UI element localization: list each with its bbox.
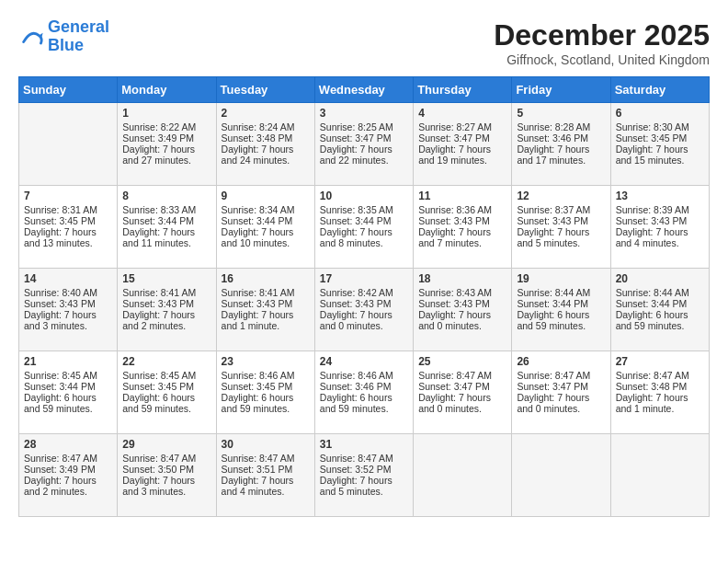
calendar-cell: 21Sunrise: 8:45 AMSunset: 3:44 PMDayligh… bbox=[19, 351, 118, 434]
calendar-cell: 13Sunrise: 8:39 AMSunset: 3:43 PMDayligh… bbox=[610, 186, 709, 269]
calendar-cell: 9Sunrise: 8:34 AMSunset: 3:44 PMDaylight… bbox=[216, 186, 314, 269]
daylight: Daylight: 7 hours and 17 minutes. bbox=[517, 144, 589, 166]
calendar-week-row: 1Sunrise: 8:22 AMSunset: 3:49 PMDaylight… bbox=[19, 103, 710, 186]
sunrise: Sunrise: 8:30 AM bbox=[616, 121, 689, 132]
day-number: 3 bbox=[320, 107, 408, 120]
day-number: 15 bbox=[122, 272, 210, 285]
sunrise: Sunrise: 8:41 AM bbox=[222, 287, 295, 298]
daylight: Daylight: 7 hours and 0 minutes. bbox=[320, 309, 392, 331]
sunset: Sunset: 3:49 PM bbox=[122, 132, 194, 144]
day-number: 8 bbox=[122, 190, 210, 202]
sunset: Sunset: 3:47 PM bbox=[517, 381, 588, 392]
calendar-cell: 26Sunrise: 8:47 AMSunset: 3:47 PMDayligh… bbox=[512, 351, 610, 434]
daylight: Daylight: 7 hours and 5 minutes. bbox=[517, 226, 589, 248]
calendar-cell: 30Sunrise: 8:47 AMSunset: 3:51 PMDayligh… bbox=[216, 434, 314, 517]
day-number: 21 bbox=[24, 355, 112, 368]
day-number: 26 bbox=[517, 355, 605, 368]
daylight: Daylight: 6 hours and 59 minutes. bbox=[616, 309, 688, 331]
sunset: Sunset: 3:45 PM bbox=[616, 132, 688, 144]
sunset: Sunset: 3:47 PM bbox=[418, 132, 490, 144]
calendar-cell: 31Sunrise: 8:47 AMSunset: 3:52 PMDayligh… bbox=[314, 434, 413, 517]
day-number: 4 bbox=[418, 107, 506, 120]
daylight: Daylight: 6 hours and 59 minutes. bbox=[122, 392, 195, 414]
sunset: Sunset: 3:49 PM bbox=[24, 464, 96, 475]
day-number: 31 bbox=[320, 438, 408, 451]
weekday-header: Monday bbox=[118, 77, 216, 103]
day-number: 30 bbox=[222, 438, 310, 451]
day-number: 19 bbox=[517, 272, 605, 285]
daylight: Daylight: 7 hours and 1 minute. bbox=[222, 309, 294, 331]
daylight: Daylight: 7 hours and 7 minutes. bbox=[418, 226, 491, 248]
daylight: Daylight: 7 hours and 3 minutes. bbox=[24, 309, 97, 331]
sunset: Sunset: 3:44 PM bbox=[616, 298, 688, 309]
calendar-cell: 18Sunrise: 8:43 AMSunset: 3:43 PMDayligh… bbox=[414, 269, 512, 351]
daylight: Daylight: 7 hours and 2 minutes. bbox=[122, 309, 195, 331]
sunrise: Sunrise: 8:43 AM bbox=[418, 287, 492, 298]
daylight: Daylight: 7 hours and 5 minutes. bbox=[320, 475, 392, 497]
day-number: 14 bbox=[24, 272, 112, 285]
sunrise: Sunrise: 8:25 AM bbox=[320, 121, 393, 132]
daylight: Daylight: 7 hours and 3 minutes. bbox=[122, 475, 195, 497]
weekday-header: Wednesday bbox=[314, 77, 413, 103]
sunset: Sunset: 3:43 PM bbox=[122, 298, 194, 309]
calendar-week-row: 14Sunrise: 8:40 AMSunset: 3:43 PMDayligh… bbox=[19, 269, 710, 351]
sunset: Sunset: 3:43 PM bbox=[222, 298, 293, 309]
calendar-cell: 1Sunrise: 8:22 AMSunset: 3:49 PMDaylight… bbox=[118, 103, 216, 186]
day-number: 18 bbox=[418, 272, 506, 285]
sunrise: Sunrise: 8:45 AM bbox=[122, 370, 196, 381]
daylight: Daylight: 7 hours and 27 minutes. bbox=[122, 144, 195, 166]
sunset: Sunset: 3:44 PM bbox=[24, 381, 96, 392]
weekday-header-row: SundayMondayTuesdayWednesdayThursdayFrid… bbox=[19, 77, 710, 103]
daylight: Daylight: 7 hours and 15 minutes. bbox=[616, 144, 688, 166]
calendar-cell: 7Sunrise: 8:31 AMSunset: 3:45 PMDaylight… bbox=[19, 186, 118, 269]
weekday-header: Sunday bbox=[19, 77, 118, 103]
sunrise: Sunrise: 8:37 AM bbox=[517, 204, 590, 215]
calendar-cell: 16Sunrise: 8:41 AMSunset: 3:43 PMDayligh… bbox=[216, 269, 314, 351]
day-number: 16 bbox=[222, 272, 310, 285]
calendar-cell: 17Sunrise: 8:42 AMSunset: 3:43 PMDayligh… bbox=[314, 269, 413, 351]
calendar-week-row: 21Sunrise: 8:45 AMSunset: 3:44 PMDayligh… bbox=[19, 351, 710, 434]
daylight: Daylight: 7 hours and 11 minutes. bbox=[122, 226, 195, 248]
daylight: Daylight: 7 hours and 8 minutes. bbox=[320, 226, 392, 248]
sunrise: Sunrise: 8:47 AM bbox=[320, 453, 393, 464]
day-number: 2 bbox=[222, 107, 310, 120]
sunrise: Sunrise: 8:27 AM bbox=[418, 121, 492, 132]
sunrise: Sunrise: 8:47 AM bbox=[616, 370, 689, 381]
sunset: Sunset: 3:48 PM bbox=[222, 132, 293, 144]
sunrise: Sunrise: 8:47 AM bbox=[222, 453, 295, 464]
calendar-cell: 29Sunrise: 8:47 AMSunset: 3:50 PMDayligh… bbox=[118, 434, 216, 517]
sunrise: Sunrise: 8:33 AM bbox=[122, 204, 196, 215]
sunset: Sunset: 3:43 PM bbox=[517, 215, 588, 226]
day-number: 10 bbox=[320, 190, 408, 202]
sunrise: Sunrise: 8:34 AM bbox=[222, 204, 295, 215]
logo: General Blue bbox=[18, 18, 109, 55]
sunrise: Sunrise: 8:24 AM bbox=[222, 121, 295, 132]
day-number: 9 bbox=[222, 190, 310, 202]
daylight: Daylight: 6 hours and 59 minutes. bbox=[222, 392, 294, 414]
weekday-header: Thursday bbox=[414, 77, 512, 103]
calendar-cell: 19Sunrise: 8:44 AMSunset: 3:44 PMDayligh… bbox=[512, 269, 610, 351]
sunrise: Sunrise: 8:31 AM bbox=[24, 204, 97, 215]
calendar-cell: 27Sunrise: 8:47 AMSunset: 3:48 PMDayligh… bbox=[610, 351, 709, 434]
sunset: Sunset: 3:47 PM bbox=[418, 381, 490, 392]
sunset: Sunset: 3:44 PM bbox=[122, 215, 194, 226]
location: Giffnock, Scotland, United Kingdom bbox=[494, 52, 710, 67]
calendar-cell bbox=[610, 434, 709, 517]
daylight: Daylight: 6 hours and 59 minutes. bbox=[24, 392, 97, 414]
sunrise: Sunrise: 8:47 AM bbox=[24, 453, 97, 464]
sunset: Sunset: 3:47 PM bbox=[320, 132, 392, 144]
daylight: Daylight: 7 hours and 0 minutes. bbox=[418, 392, 491, 414]
sunset: Sunset: 3:46 PM bbox=[320, 381, 392, 392]
sunrise: Sunrise: 8:41 AM bbox=[122, 287, 196, 298]
sunset: Sunset: 3:45 PM bbox=[24, 215, 96, 226]
calendar-cell: 28Sunrise: 8:47 AMSunset: 3:49 PMDayligh… bbox=[19, 434, 118, 517]
calendar-cell: 8Sunrise: 8:33 AMSunset: 3:44 PMDaylight… bbox=[118, 186, 216, 269]
sunrise: Sunrise: 8:35 AM bbox=[320, 204, 393, 215]
sunrise: Sunrise: 8:46 AM bbox=[320, 370, 393, 381]
sunset: Sunset: 3:48 PM bbox=[616, 381, 688, 392]
sunrise: Sunrise: 8:22 AM bbox=[122, 121, 196, 132]
sunrise: Sunrise: 8:47 AM bbox=[517, 370, 590, 381]
daylight: Daylight: 7 hours and 13 minutes. bbox=[24, 226, 97, 248]
sunset: Sunset: 3:45 PM bbox=[122, 381, 194, 392]
calendar-cell: 22Sunrise: 8:45 AMSunset: 3:45 PMDayligh… bbox=[118, 351, 216, 434]
